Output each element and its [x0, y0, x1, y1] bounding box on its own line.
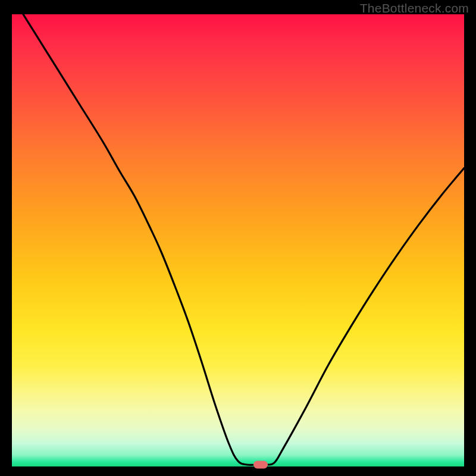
plot-area: [12, 14, 464, 466]
bottleneck-curve: [12, 14, 464, 466]
optimum-marker: [253, 461, 268, 468]
watermark-text: TheBottleneck.com: [360, 1, 469, 15]
chart-container: TheBottleneck.com: [0, 0, 476, 476]
curve-path: [12, 14, 464, 465]
